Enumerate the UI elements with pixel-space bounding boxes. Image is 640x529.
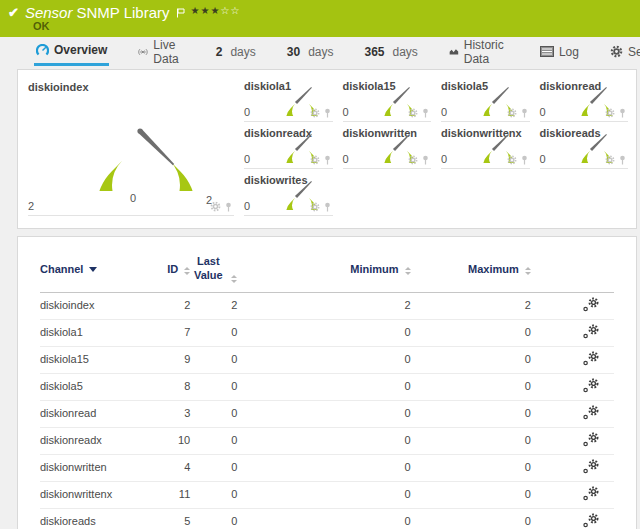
channel-last-value: 0	[190, 454, 237, 481]
sort-desc-icon	[89, 267, 97, 272]
ok-check-icon: ✔	[8, 4, 19, 22]
channel-name[interactable]: diskioindex	[40, 292, 148, 319]
column-header-id[interactable]: ID	[148, 251, 190, 292]
tab-30-days-unit: days	[308, 45, 333, 59]
gauge-settings-gear-icon[interactable]	[408, 155, 418, 165]
channel-maximum: 0	[411, 373, 531, 400]
pin-icon[interactable]	[324, 202, 331, 212]
channel-minimum: 2	[237, 292, 410, 319]
channel-maximum: 0	[411, 481, 531, 508]
channel-last-value: 0	[190, 400, 237, 427]
channel-settings-icon[interactable]	[583, 486, 600, 501]
gauge-settings-gear-icon[interactable]	[310, 202, 320, 212]
channel-settings-icon[interactable]	[583, 378, 600, 393]
tab-365-days[interactable]: 365days	[362, 37, 419, 66]
channel-name[interactable]: diskiola1	[40, 319, 148, 346]
gauge-settings-gear-icon[interactable]	[210, 201, 221, 212]
column-header-last-value[interactable]: Last Value	[190, 251, 237, 292]
gauge-diskiola15: diskiola15 0	[343, 75, 432, 122]
gauge-current-value: 0	[441, 106, 447, 118]
area-chart-icon	[449, 46, 459, 57]
channel-id: 10	[148, 427, 190, 454]
tab-30-days[interactable]: 30days	[285, 37, 336, 66]
pin-icon[interactable]	[225, 202, 232, 212]
channel-name[interactable]: diskionwrittenx	[40, 481, 148, 508]
gauge-settings-gear-icon[interactable]	[310, 155, 320, 165]
column-header-minimum[interactable]: Minimum	[237, 251, 410, 292]
pin-icon[interactable]	[521, 155, 528, 165]
gauge-settings-gear-icon[interactable]	[507, 108, 517, 118]
pin-icon[interactable]	[619, 108, 626, 118]
channel-name[interactable]: diskionwritten	[40, 454, 148, 481]
priority-flag-icon[interactable]	[176, 4, 185, 22]
channel-name[interactable]: diskionread	[40, 400, 148, 427]
gauge-diskiola1: diskiola1 0	[244, 75, 333, 122]
tab-overview[interactable]: Overview	[34, 37, 109, 66]
channel-id: 11	[148, 481, 190, 508]
tab-2-days[interactable]: 2days	[214, 37, 258, 66]
channel-minimum: 0	[237, 481, 410, 508]
tab-365-days-unit: days	[393, 45, 418, 59]
sort-icon	[184, 267, 190, 275]
table-row: diskioindex 2 2 2 2	[40, 292, 614, 319]
pin-icon[interactable]	[324, 108, 331, 118]
channel-minimum: 0	[237, 454, 410, 481]
channel-settings-icon[interactable]	[583, 405, 600, 420]
pin-icon[interactable]	[521, 108, 528, 118]
channel-settings-icon[interactable]	[583, 513, 600, 528]
tab-historic-data[interactable]: Historic Data	[447, 37, 511, 66]
channel-settings-icon[interactable]	[583, 351, 600, 366]
pin-icon[interactable]	[422, 108, 429, 118]
gauge-diskioindex: diskioindex 0 2 2	[28, 75, 234, 216]
tab-settings[interactable]: Settings	[608, 37, 640, 66]
channel-name[interactable]: diskiola15	[40, 346, 148, 373]
channel-maximum: 0	[411, 454, 531, 481]
table-row: diskiola1 7 0 0 0	[40, 319, 614, 346]
stars-empty[interactable]: ☆☆	[220, 5, 240, 16]
channel-settings-icon[interactable]	[583, 432, 600, 447]
channel-id: 8	[148, 373, 190, 400]
gauge-diskiola5: diskiola5 0	[441, 75, 530, 122]
gauge-settings-gear-icon[interactable]	[605, 108, 615, 118]
tab-bar: Overview Live Data 2days 30days 365days …	[0, 37, 640, 66]
channel-settings-icon[interactable]	[583, 324, 600, 339]
channel-maximum: 0	[411, 346, 531, 373]
channel-name[interactable]: diskioreads	[40, 508, 148, 529]
channel-last-value: 0	[190, 481, 237, 508]
priority-stars[interactable]: ★★★☆☆	[191, 5, 241, 16]
gauge-diskionwritten: diskionwritten 0	[343, 122, 432, 169]
gauge-current-value: 0	[244, 106, 250, 118]
gauge-icon	[36, 44, 49, 57]
sensor-name: SNMP Library	[76, 4, 169, 21]
sort-icon	[525, 267, 531, 275]
column-header-maximum[interactable]: Maximum	[411, 251, 531, 292]
channel-settings-icon[interactable]	[583, 297, 600, 312]
tab-overview-label: Overview	[54, 43, 107, 57]
channel-minimum: 0	[237, 427, 410, 454]
status-badge: OK	[33, 20, 50, 32]
tab-live-data-label: Live Data	[153, 38, 184, 66]
channel-minimum: 0	[237, 373, 410, 400]
gauge-current-value: 2	[28, 200, 34, 212]
pin-icon[interactable]	[324, 155, 331, 165]
stars-filled[interactable]: ★★★	[191, 5, 221, 16]
table-row: diskionwrittenx 11 0 0 0	[40, 481, 614, 508]
small-gauges-grid: diskiola1 0 diskiola15	[244, 75, 628, 216]
channel-last-value: 2	[190, 292, 237, 319]
gauge-settings-gear-icon[interactable]	[507, 155, 517, 165]
channel-maximum: 0	[411, 319, 531, 346]
channel-name[interactable]: diskiola5	[40, 373, 148, 400]
column-header-channel[interactable]: Channel	[40, 251, 148, 292]
pin-icon[interactable]	[619, 155, 626, 165]
gauge-settings-gear-icon[interactable]	[310, 108, 320, 118]
channel-name[interactable]: diskionreadx	[40, 427, 148, 454]
tab-log[interactable]: Log	[538, 37, 581, 66]
channel-settings-icon[interactable]	[583, 459, 600, 474]
tab-live-data[interactable]: Live Data	[136, 37, 186, 66]
pin-icon[interactable]	[422, 155, 429, 165]
tab-30-days-number: 30	[287, 45, 300, 59]
gauge-settings-gear-icon[interactable]	[605, 155, 615, 165]
channel-id: 7	[148, 319, 190, 346]
channel-last-value: 0	[190, 427, 237, 454]
gauge-settings-gear-icon[interactable]	[408, 108, 418, 118]
